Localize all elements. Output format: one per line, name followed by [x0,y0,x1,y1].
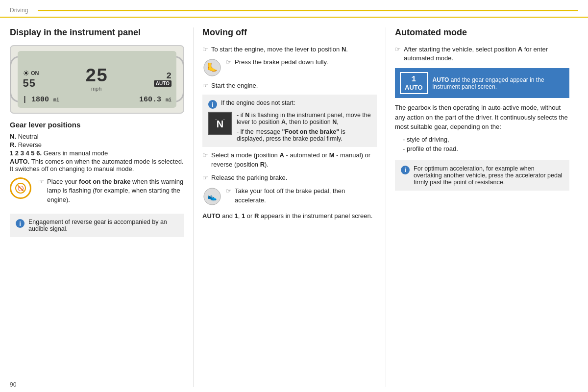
gear-title: Gear lever positions [10,121,184,129]
bullet-select-mode: ☞ Select a mode (position A - automated … [202,151,377,170]
gear-key-auto: AUTO. [10,158,31,165]
svg-text:👟: 👟 [207,192,217,201]
warning-row: 🚫 ☞ Place your foot on the brake when th… [10,177,184,209]
gear-row-r: R. Reverse [10,141,184,148]
bullet-text-3: Select a mode (position A - automated or… [211,151,377,170]
brake-icon-container: 🦶 [202,58,222,77]
bullet-text-auto: After starting the vehicle, select posit… [404,45,569,64]
accelerate-icon-container: 👟 [202,187,222,206]
gear-row-auto: AUTO. This comes on when the automated m… [10,158,184,172]
panel-center: 25 mph [85,67,108,92]
svg-text:N: N [217,119,223,129]
gear-desc-auto: This comes on when the automated mode is… [10,158,184,172]
col-automated-mode: Automated mode ☞ After starting the vehi… [386,27,578,387]
warning-text: Place your foot on the brake when this w… [47,177,184,205]
note-item-2: - if the message "Foot on the brake" is … [237,128,371,142]
bullet-start-engine: ☞ To start the engine, move the lever to… [202,45,377,54]
gear-positions: N. Neutral R. Reverse 1 2 3 4 5 6. Gears… [10,133,184,172]
gear-desc-n: Neutral [18,133,39,140]
col-instrument-panel: Display in the instrument panel ☀ ON 55 … [10,27,194,387]
warning-circle-icon: 🚫 [10,177,31,199]
accelerate-text: Take your foot off the brake pedal, then… [235,187,377,205]
bullet-release: ☞ Release the parking brake. [202,173,377,183]
dash-item-2: profile of the road. [403,145,569,152]
accelerate-sub-bullet: ☞ Take your foot off the brake pedal, th… [226,187,377,205]
brake-text: Press the brake pedal down fully. [235,58,328,67]
panel-odo1: | 1800 mi [23,96,59,104]
panel-speed-left: 55 [23,78,35,90]
foot-off-icon: 👟 [202,187,222,206]
bullet-arrow-4: ☞ [202,174,208,181]
panel-auto-badge: AUTO [154,80,172,87]
col3-title: Automated mode [395,27,569,38]
info-text-col1: Engagement of reverse gear is accompanie… [28,219,178,232]
no-brake-svg: 🚫 [15,182,26,194]
sun-icon: ☀ [23,69,29,78]
on-label: ON [31,70,39,76]
panel-left: ☀ ON 55 [23,69,39,90]
auto-display: 1 AUTO AUTO and the gear engaged appear … [395,68,569,98]
info-box-col1: i Engagement of reverse gear is accompan… [10,214,184,237]
top-bar-line [38,10,578,11]
note-header: i If the engine does not start: [208,99,371,109]
auto-line-text: and 1, 1 or R appears in the instrument … [222,212,372,220]
auto-display-badge-container: 1 AUTO [400,72,428,94]
panel-inner: ☀ ON 55 25 mph 2 AUTO | 1800 mi 160.3 mi [18,51,176,108]
page-number: 90 [10,381,16,388]
bullet-arrow-3: ☞ [202,151,208,159]
note-content: N - if N is flashing in the instrument p… [208,112,371,142]
note-title: If the engine does not start: [221,99,295,106]
bullet-arrow-auto: ☞ [395,46,401,53]
panel-gear-number: 2 [154,72,172,80]
gear-row-n: N. Neutral [10,133,184,140]
panel-bottom: | 1800 mi 160.3 mi [23,96,172,104]
bullet-arrow-acc: ☞ [226,187,232,195]
panel-main-speed: 25 [85,67,108,86]
col1-title: Display in the instrument panel [10,27,184,38]
info-box-col3: i For optimum acceleration, for example … [395,160,569,191]
info-icon-col3: i [401,166,410,174]
note-items: - if N is flashing in the instrument pan… [237,112,371,142]
brake-row: 🦶 ☞ Press the brake pedal down fully. [202,58,377,77]
dash-item-1: style of driving, [403,136,569,143]
bullet-arrow-2: ☞ [202,82,208,89]
auto-display-desc: AUTO and the gear engaged appear in the … [433,76,564,90]
bullet-arrow: ☞ [38,178,44,185]
top-bar: Driving [0,0,588,18]
col-moving-off: Moving off ☞ To start the engine, move t… [194,27,386,387]
n-flashing-svg: N [211,115,229,132]
brake-sub-bullet: ☞ Press the brake pedal down fully. [226,58,328,67]
bullet-arrow-1: ☞ [202,46,208,53]
main-content: Display in the instrument panel ☀ ON 55 … [0,18,588,392]
info-icon: i [16,219,24,228]
note-box: i If the engine does not start: N - if N… [202,95,377,147]
bullet-auto-start: ☞ After starting the vehicle, select pos… [395,45,569,64]
panel-odo2: 160.3 mi [139,96,172,104]
col2-title: Moving off [202,27,377,38]
foot-brake-icon: 🦶 [202,58,222,77]
bullet-text-2: Start the engine. [211,81,258,91]
gear-key-123: 1 2 3 4 5 6. [10,149,44,157]
bullet-text-1: To start the engine, move the lever to p… [211,45,348,54]
bullet-text-4: Release the parking brake. [211,173,287,183]
gear-row-123: 1 2 3 4 5 6. Gears in manual mode [10,149,184,157]
warning-bullet: ☞ Place your foot on the brake when this… [38,177,184,205]
dash-list: style of driving, profile of the road. [395,136,569,152]
svg-text:🚫: 🚫 [18,185,24,192]
panel-right: 2 AUTO [154,72,172,87]
svg-text:🦶: 🦶 [207,62,218,73]
bullet-arrow-brake: ☞ [226,58,232,66]
warning-content: ☞ Place your foot on the brake when this… [38,177,184,209]
gear-key-n: N. [10,133,18,140]
accelerate-row: 👟 ☞ Take your foot off the brake pedal, … [202,187,377,208]
auto-display-label: AUTO [405,84,423,91]
gear-desc-123: Gears in manual mode [44,149,108,157]
bullet-start: ☞ Start the engine. [202,81,377,91]
info-text-col3: For optimum acceleration, for example wh… [414,165,564,186]
n-symbol-box: N [208,112,232,135]
auto-line: AUTO and 1, 1 or R appears in the instru… [202,212,377,220]
note-item-1: - if N is flashing in the instrument pan… [237,112,371,125]
note-info-icon: i [208,100,217,109]
auto-display-num: 1 [412,75,416,84]
gear-key-r: R. [10,141,18,148]
